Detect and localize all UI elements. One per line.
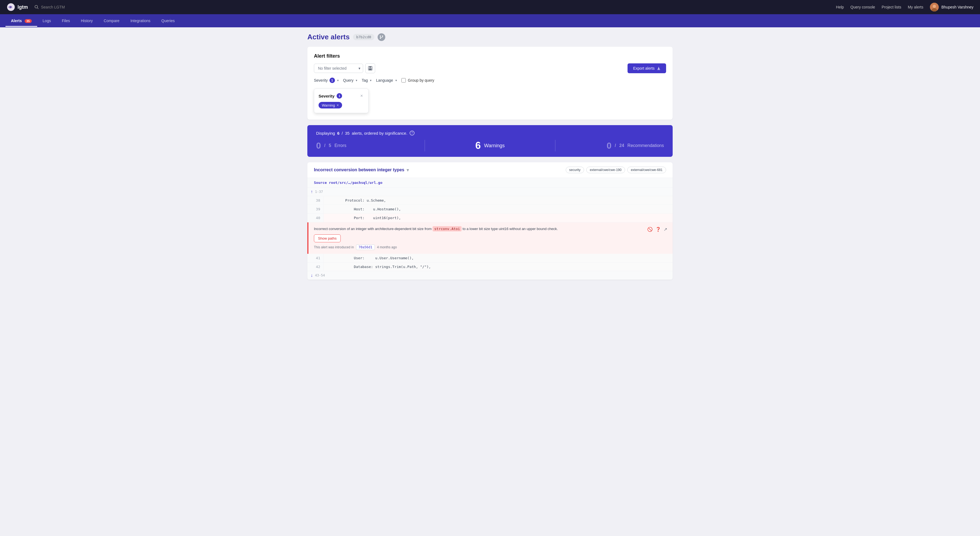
warning-chip: Warning × (318, 102, 342, 108)
svg-point-7 (380, 35, 381, 36)
save-filter-button[interactable] (365, 63, 375, 73)
alert-warning-message: Incorrect conversion of an integer with … (314, 226, 667, 232)
tag-cwe-190[interactable]: external/cwe/cwe-190 (586, 167, 625, 173)
help-link[interactable]: Help (836, 5, 844, 9)
alert-title-chevron-icon: ▾ (407, 168, 409, 173)
alert-filters-title: Alert filters (314, 53, 666, 59)
alert-warning-banner: Incorrect conversion of an integer with … (307, 222, 673, 254)
tag-security[interactable]: security (566, 167, 584, 173)
code-line-38: 38 Protocol: u.Scheme, (307, 196, 673, 205)
warning-chip-remove[interactable]: × (337, 103, 339, 107)
warnings-stat: 6 Warnings (425, 140, 555, 151)
hide-icon[interactable]: 🚫 (647, 226, 653, 233)
tab-queries[interactable]: Queries (156, 15, 180, 27)
severity-dropdown-panel: Severity 1 × Warning × (314, 89, 369, 113)
save-icon (368, 66, 372, 70)
my-alerts-link[interactable]: My alerts (908, 5, 923, 9)
severity-popup-title: Severity 1 (318, 93, 342, 98)
language-filter-chip[interactable]: Language ▾ (376, 78, 397, 82)
svg-rect-12 (369, 67, 371, 68)
code-ellipsis-top: ↑ 1-37 (307, 188, 673, 196)
tag-cwe-681[interactable]: external/cwe/cwe-681 (627, 167, 666, 173)
errors-number: 0 (316, 141, 321, 151)
alert-filters-card: Alert filters No filter selected ▾ (307, 47, 673, 120)
filter-select-wrapper[interactable]: No filter selected ▾ (314, 63, 363, 73)
filtered-count: 6 (337, 131, 339, 135)
nav-links: Help Query console Project lists My aler… (836, 5, 923, 9)
commit-link[interactable]: 70a56d1 (356, 244, 375, 250)
external-link-icon[interactable]: ↗ (663, 226, 667, 233)
group-by-query-label: Group by query (408, 78, 434, 82)
alert-card-header: Incorrect conversion between integer typ… (307, 162, 673, 178)
severity-popup-header: Severity 1 × (318, 93, 364, 98)
code-line-42: 42 Database: strings.Trim(u.Path, "/"), (307, 263, 673, 271)
logo-area[interactable]: 👁 lgtm (6, 3, 28, 11)
tag-chevron-icon: ▾ (370, 79, 372, 82)
alert-card-title[interactable]: Incorrect conversion between integer typ… (314, 168, 409, 173)
tab-logs[interactable]: Logs (37, 15, 56, 27)
ellipsis-range-top: 1-37 (315, 190, 323, 194)
user-area[interactable]: Bhupesh Varshney (930, 3, 974, 11)
project-lists-link[interactable]: Project lists (881, 5, 901, 9)
tab-files[interactable]: Files (56, 15, 75, 27)
recs-denom: 24 (619, 143, 624, 148)
expand-down-icon[interactable]: ↓ (310, 273, 313, 278)
errors-fraction: / (324, 143, 325, 148)
download-icon (657, 67, 660, 70)
tab-bar: Alerts 35 Logs Files History Compare Int… (0, 14, 980, 27)
commit-badge: b7b2cd0 (353, 34, 375, 40)
query-filter-chip[interactable]: Query ▾ (343, 78, 357, 82)
source-file[interactable]: url.go (370, 181, 383, 185)
severity-popup: Severity 1 × Warning × (314, 86, 666, 113)
svg-line-3 (37, 8, 38, 9)
query-chevron-icon: ▾ (356, 79, 357, 82)
severity-popup-close-button[interactable]: × (359, 94, 364, 98)
tab-integrations[interactable]: Integrations (125, 15, 156, 27)
filter-select[interactable]: No filter selected (314, 63, 363, 73)
group-by-query-input[interactable] (401, 78, 406, 82)
alert-card: Incorrect conversion between integer typ… (307, 162, 673, 280)
filter-top-row: No filter selected ▾ Export alerts (314, 63, 666, 73)
language-label: Language (376, 78, 393, 82)
severity-chip-warning: Warning × (318, 102, 364, 108)
show-paths-button[interactable]: Show paths (314, 235, 341, 242)
top-nav: 👁 lgtm Search LGTM Help Query console Pr… (0, 0, 980, 14)
filter-left: No filter selected ▾ (314, 63, 375, 73)
username: Bhupesh Varshney (942, 5, 974, 9)
svg-point-5 (933, 5, 936, 8)
search-area[interactable]: Search LGTM (35, 5, 836, 9)
tab-compare[interactable]: Compare (98, 15, 125, 27)
recs-fraction: / (615, 143, 616, 148)
query-console-link[interactable]: Query console (850, 5, 875, 9)
code-line-41: 41 User: u.User.Username(), (307, 254, 673, 263)
export-alerts-button[interactable]: Export alerts (628, 63, 666, 73)
group-by-query-checkbox[interactable]: Group by query (401, 78, 434, 82)
alert-tags: security external/cwe/cwe-190 external/c… (566, 167, 666, 173)
svg-text:👁: 👁 (8, 5, 12, 10)
help-alert-icon[interactable]: ❓ (655, 226, 661, 233)
code-ellipsis-bottom: ↓ 43-54 (307, 271, 673, 280)
search-placeholder: Search LGTM (41, 5, 65, 9)
severity-popup-count: 1 (337, 93, 342, 98)
svg-rect-13 (369, 68, 372, 70)
code-line-40: 40 Port: uint16(port), (307, 214, 673, 222)
tag-filter-chip[interactable]: Tag ▾ (362, 78, 372, 82)
code-block-after: 41 User: u.User.Username(), 42 Database:… (307, 254, 673, 271)
ellipsis-range-bottom: 43-54 (315, 273, 325, 277)
errors-label: Errors (334, 143, 347, 148)
page-header: Active alerts b7b2cd0 (307, 33, 673, 41)
tab-history[interactable]: History (75, 15, 99, 27)
tag-label: Tag (362, 78, 368, 82)
alert-introduced: This alert was introduced in 70a56d1 4 m… (314, 244, 667, 250)
alerts-badge: 35 (25, 19, 32, 23)
stats-banner: Displaying 6/35 alerts, ordered by signi… (307, 125, 673, 157)
tab-alerts[interactable]: Alerts 35 (5, 15, 37, 27)
language-chevron-icon: ▾ (395, 79, 397, 82)
errors-stat: 0 / 5 Errors (316, 141, 425, 151)
severity-filter-chip[interactable]: Severity 1 ▾ (314, 78, 339, 83)
recommendations-stat: 0 / 24 Recommendations (555, 141, 664, 151)
svg-point-8 (382, 35, 383, 36)
recs-label: Recommendations (628, 143, 664, 148)
info-icon[interactable]: ? (410, 131, 415, 135)
expand-up-icon[interactable]: ↑ (310, 189, 313, 194)
